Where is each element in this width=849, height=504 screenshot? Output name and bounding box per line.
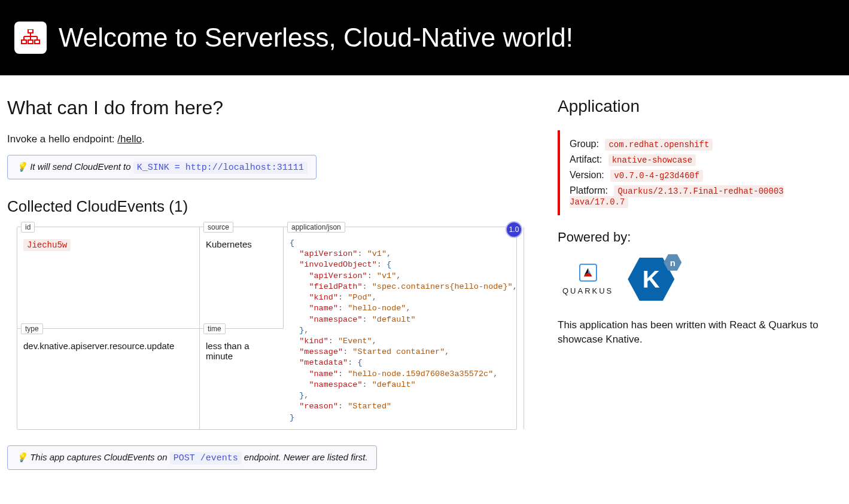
hint2-suffix: endpoint. Newer are listed first. xyxy=(244,452,368,462)
event-id-value: Jiechu5w xyxy=(23,239,71,251)
svg-rect-3 xyxy=(35,40,39,44)
header: Welcome to Serverless, Cloud-Native worl… xyxy=(0,0,849,75)
cell-source: source Kubernetes xyxy=(200,227,284,328)
svg-rect-0 xyxy=(28,29,33,33)
powered-heading: Powered by: xyxy=(558,230,842,245)
hint-box-2: 💡 This app captures CloudEvents on POST … xyxy=(7,445,377,470)
event-source-value: Kubernetes xyxy=(206,239,277,249)
artifact-label: Artifact: xyxy=(570,154,602,164)
hint1-text: It will send CloudEvent to xyxy=(30,161,133,172)
app-logo xyxy=(14,22,47,54)
invoke-prefix: Invoke a hello endpoint: xyxy=(7,133,117,145)
cell-id: id Jiechu5w xyxy=(17,227,200,328)
label-type: type xyxy=(21,323,43,334)
what-heading: What can I do from here? xyxy=(7,97,534,119)
label-source: source xyxy=(203,222,233,233)
logos: QUARKUS K n xyxy=(558,256,842,303)
version-label: Version: xyxy=(570,170,604,180)
network-icon xyxy=(21,29,40,46)
app-info: Group: com.redhat.openshift Artifact: kn… xyxy=(558,130,842,215)
group-value: com.redhat.openshift xyxy=(605,139,713,151)
invoke-line: Invoke a hello endpoint: /hello. xyxy=(7,133,534,145)
invoke-suffix: . xyxy=(142,133,145,145)
app-description: This application has been written with R… xyxy=(558,318,842,347)
cell-type: type dev.knative.apiserver.resource.upda… xyxy=(17,328,200,429)
bulb-icon: 💡 xyxy=(16,452,30,462)
event-card: 1.0 id Jiechu5w source Kubernetes applic… xyxy=(17,227,517,430)
label-content-type: application/json xyxy=(287,222,345,233)
cell-time: time less than a minute xyxy=(200,328,284,429)
hint1-code: K_SINK = http://localhost:31111 xyxy=(133,161,308,174)
hint2-prefix: This app captures CloudEvents on xyxy=(30,452,169,462)
svg-rect-2 xyxy=(28,40,33,44)
artifact-value: knative-showcase xyxy=(608,154,696,166)
hello-link[interactable]: /hello xyxy=(117,133,142,145)
page-title: Welcome to Serverless, Cloud-Native worl… xyxy=(59,23,573,53)
bulb-icon: 💡 xyxy=(16,161,30,172)
version-value: v0.7.0-4-g23d460f xyxy=(610,170,703,182)
quarkus-logo[interactable]: QUARKUS xyxy=(562,264,613,295)
main-column: What can I do from here? Invoke a hello … xyxy=(7,97,534,470)
label-id: id xyxy=(21,222,35,233)
hint2-code: POST /events xyxy=(170,452,242,465)
info-platform: Platform: Quarkus/2.13.7.Final-redhat-00… xyxy=(570,185,832,207)
group-label: Group: xyxy=(570,139,599,149)
event-time-value: less than a minute xyxy=(206,341,278,361)
knative-logo[interactable]: K n xyxy=(628,256,674,303)
hint-box-1: 💡 It will send CloudEvent to K_SINK = ht… xyxy=(7,155,317,179)
cell-payload: application/json { "apiVersion": "v1", "… xyxy=(284,227,524,429)
info-group: Group: com.redhat.openshift xyxy=(570,139,832,149)
application-heading: Application xyxy=(558,97,842,116)
events-heading: Collected CloudEvents (1) xyxy=(7,197,534,216)
main-container: What can I do from here? Invoke a hello … xyxy=(0,75,849,482)
info-artifact: Artifact: knative-showcase xyxy=(570,154,832,165)
platform-label: Platform: xyxy=(570,185,608,196)
svg-rect-1 xyxy=(22,40,26,44)
quarkus-icon xyxy=(579,264,597,282)
label-time: time xyxy=(203,323,226,334)
event-type-value: dev.knative.apiserver.resource.update xyxy=(23,341,193,351)
sidebar-column: Application Group: com.redhat.openshift … xyxy=(558,97,842,470)
quarkus-text: QUARKUS xyxy=(562,286,613,295)
info-version: Version: v0.7.0-4-g23d460f xyxy=(570,170,832,181)
payload-json: { "apiVersion": "v1", "involvedObject": … xyxy=(290,236,518,423)
